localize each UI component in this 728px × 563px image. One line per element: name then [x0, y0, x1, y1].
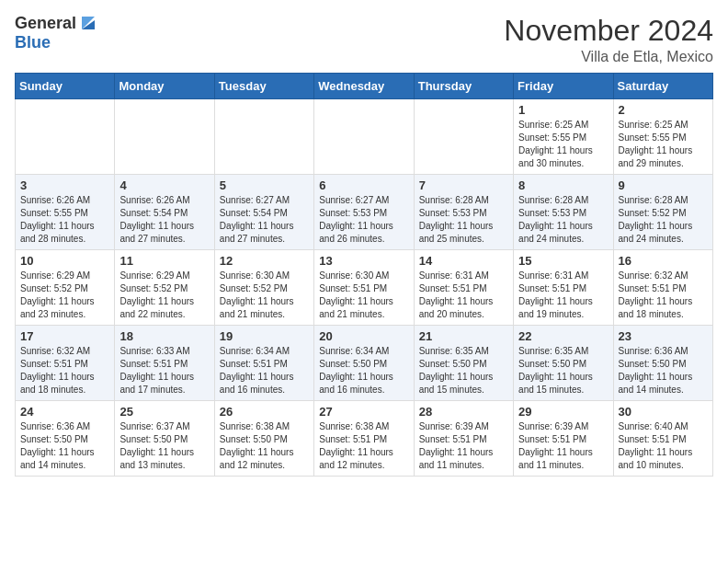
- calendar-cell: 4Sunrise: 6:26 AMSunset: 5:54 PMDaylight…: [115, 175, 214, 250]
- calendar-week-4: 17Sunrise: 6:32 AMSunset: 5:51 PMDayligh…: [16, 326, 713, 401]
- day-number: 2: [619, 103, 708, 117]
- day-number: 25: [119, 405, 209, 419]
- calendar-cell: 27Sunrise: 6:38 AMSunset: 5:51 PMDayligh…: [314, 401, 414, 477]
- day-number: 14: [419, 254, 508, 268]
- day-info: Sunrise: 6:37 AMSunset: 5:50 PMDaylight:…: [119, 420, 209, 472]
- day-number: 24: [20, 405, 109, 419]
- day-number: 19: [220, 329, 309, 343]
- day-number: 12: [220, 254, 309, 268]
- day-number: 23: [619, 329, 708, 343]
- day-number: 3: [20, 178, 109, 192]
- day-number: 21: [419, 329, 508, 343]
- calendar-cell: 16Sunrise: 6:32 AMSunset: 5:51 PMDayligh…: [613, 250, 712, 326]
- calendar-cell: 20Sunrise: 6:34 AMSunset: 5:50 PMDayligh…: [314, 326, 414, 401]
- calendar-cell: [314, 99, 414, 175]
- day-number: 4: [119, 178, 209, 192]
- day-info: Sunrise: 6:29 AMSunset: 5:52 PMDaylight:…: [119, 270, 209, 321]
- day-number: 13: [319, 254, 408, 268]
- day-number: 29: [518, 405, 608, 419]
- day-info: Sunrise: 6:38 AMSunset: 5:51 PMDaylight:…: [319, 420, 408, 472]
- calendar-cell: [16, 99, 115, 175]
- day-number: 28: [419, 405, 508, 419]
- day-number: 20: [319, 329, 408, 343]
- calendar-week-5: 24Sunrise: 6:36 AMSunset: 5:50 PMDayligh…: [16, 401, 713, 477]
- day-info: Sunrise: 6:34 AMSunset: 5:50 PMDaylight:…: [319, 345, 408, 396]
- day-number: 26: [220, 405, 309, 419]
- day-number: 6: [319, 178, 408, 192]
- day-number: 9: [619, 178, 708, 192]
- calendar-cell: 25Sunrise: 6:37 AMSunset: 5:50 PMDayligh…: [115, 401, 214, 477]
- calendar-cell: 1Sunrise: 6:25 AMSunset: 5:55 PMDaylight…: [514, 99, 613, 175]
- day-info: Sunrise: 6:35 AMSunset: 5:50 PMDaylight:…: [518, 345, 608, 396]
- day-number: 8: [518, 178, 608, 192]
- calendar-cell: 13Sunrise: 6:30 AMSunset: 5:51 PMDayligh…: [314, 250, 414, 326]
- calendar-cell: 15Sunrise: 6:31 AMSunset: 5:51 PMDayligh…: [514, 250, 613, 326]
- calendar-cell: 28Sunrise: 6:39 AMSunset: 5:51 PMDayligh…: [414, 401, 513, 477]
- day-number: 11: [119, 254, 209, 268]
- logo-blue-text: Blue: [15, 33, 51, 52]
- day-info: Sunrise: 6:29 AMSunset: 5:52 PMDaylight:…: [20, 270, 109, 321]
- calendar-cell: 17Sunrise: 6:32 AMSunset: 5:51 PMDayligh…: [16, 326, 115, 401]
- day-info: Sunrise: 6:36 AMSunset: 5:50 PMDaylight:…: [619, 345, 708, 396]
- calendar-cell: 14Sunrise: 6:31 AMSunset: 5:51 PMDayligh…: [414, 250, 513, 326]
- calendar-cell: [214, 99, 313, 175]
- calendar-cell: 3Sunrise: 6:26 AMSunset: 5:55 PMDaylight…: [16, 175, 115, 250]
- day-info: Sunrise: 6:30 AMSunset: 5:51 PMDaylight:…: [319, 270, 408, 321]
- calendar-cell: 29Sunrise: 6:39 AMSunset: 5:51 PMDayligh…: [514, 401, 613, 477]
- day-info: Sunrise: 6:30 AMSunset: 5:52 PMDaylight:…: [220, 270, 309, 321]
- calendar-cell: 8Sunrise: 6:28 AMSunset: 5:53 PMDaylight…: [514, 175, 613, 250]
- calendar: SundayMondayTuesdayWednesdayThursdayFrid…: [15, 73, 713, 477]
- calendar-header-row: SundayMondayTuesdayWednesdayThursdayFrid…: [16, 74, 713, 99]
- calendar-cell: 11Sunrise: 6:29 AMSunset: 5:52 PMDayligh…: [115, 250, 214, 326]
- day-number: 1: [518, 103, 608, 117]
- day-number: 17: [20, 329, 109, 343]
- location-title: Villa de Etla, Mexico: [504, 49, 713, 65]
- logo-icon: [78, 13, 98, 33]
- calendar-cell: [414, 99, 513, 175]
- day-info: Sunrise: 6:27 AMSunset: 5:53 PMDaylight:…: [319, 194, 408, 246]
- day-number: 30: [619, 405, 708, 419]
- calendar-cell: 7Sunrise: 6:28 AMSunset: 5:53 PMDaylight…: [414, 175, 513, 250]
- day-info: Sunrise: 6:40 AMSunset: 5:51 PMDaylight:…: [619, 420, 708, 472]
- title-section: November 2024 Villa de Etla, Mexico: [504, 15, 713, 65]
- calendar-week-2: 3Sunrise: 6:26 AMSunset: 5:55 PMDaylight…: [16, 175, 713, 250]
- weekday-header-thursday: Thursday: [414, 74, 513, 99]
- day-number: 22: [518, 329, 608, 343]
- day-info: Sunrise: 6:26 AMSunset: 5:55 PMDaylight:…: [20, 194, 109, 246]
- day-info: Sunrise: 6:33 AMSunset: 5:51 PMDaylight:…: [119, 345, 209, 396]
- day-number: 7: [419, 178, 508, 192]
- weekday-header-friday: Friday: [514, 74, 613, 99]
- calendar-cell: 30Sunrise: 6:40 AMSunset: 5:51 PMDayligh…: [613, 401, 712, 477]
- weekday-header-sunday: Sunday: [16, 74, 115, 99]
- day-info: Sunrise: 6:31 AMSunset: 5:51 PMDaylight:…: [518, 270, 608, 321]
- calendar-cell: [115, 99, 214, 175]
- day-number: 18: [119, 329, 209, 343]
- page: General Blue November 2024 Villa de Etla…: [0, 0, 728, 491]
- day-info: Sunrise: 6:27 AMSunset: 5:54 PMDaylight:…: [220, 194, 309, 246]
- day-info: Sunrise: 6:28 AMSunset: 5:52 PMDaylight:…: [619, 194, 708, 246]
- day-info: Sunrise: 6:32 AMSunset: 5:51 PMDaylight:…: [20, 345, 109, 396]
- calendar-cell: 18Sunrise: 6:33 AMSunset: 5:51 PMDayligh…: [115, 326, 214, 401]
- day-number: 5: [220, 178, 309, 192]
- day-info: Sunrise: 6:26 AMSunset: 5:54 PMDaylight:…: [119, 194, 209, 246]
- day-info: Sunrise: 6:31 AMSunset: 5:51 PMDaylight:…: [419, 270, 508, 321]
- calendar-cell: 5Sunrise: 6:27 AMSunset: 5:54 PMDaylight…: [214, 175, 313, 250]
- day-number: 27: [319, 405, 408, 419]
- calendar-cell: 10Sunrise: 6:29 AMSunset: 5:52 PMDayligh…: [16, 250, 115, 326]
- calendar-cell: 24Sunrise: 6:36 AMSunset: 5:50 PMDayligh…: [16, 401, 115, 477]
- calendar-cell: 23Sunrise: 6:36 AMSunset: 5:50 PMDayligh…: [613, 326, 712, 401]
- month-title: November 2024: [504, 15, 713, 47]
- day-info: Sunrise: 6:25 AMSunset: 5:55 PMDaylight:…: [518, 119, 608, 170]
- logo-general-text: General: [15, 15, 76, 33]
- calendar-cell: 22Sunrise: 6:35 AMSunset: 5:50 PMDayligh…: [514, 326, 613, 401]
- logo: General Blue: [15, 15, 98, 52]
- calendar-cell: 26Sunrise: 6:38 AMSunset: 5:50 PMDayligh…: [214, 401, 313, 477]
- day-number: 10: [20, 254, 109, 268]
- day-number: 15: [518, 254, 608, 268]
- day-info: Sunrise: 6:28 AMSunset: 5:53 PMDaylight:…: [419, 194, 508, 246]
- day-info: Sunrise: 6:25 AMSunset: 5:55 PMDaylight:…: [619, 119, 708, 170]
- day-info: Sunrise: 6:38 AMSunset: 5:50 PMDaylight:…: [220, 420, 309, 472]
- calendar-cell: 2Sunrise: 6:25 AMSunset: 5:55 PMDaylight…: [613, 99, 712, 175]
- day-info: Sunrise: 6:34 AMSunset: 5:51 PMDaylight:…: [220, 345, 309, 396]
- calendar-week-3: 10Sunrise: 6:29 AMSunset: 5:52 PMDayligh…: [16, 250, 713, 326]
